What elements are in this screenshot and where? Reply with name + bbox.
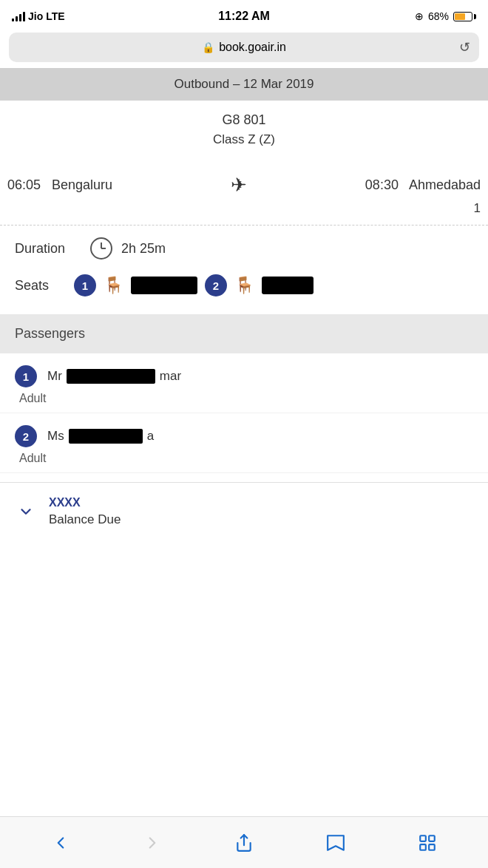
- nav-back-button[interactable]: [38, 827, 83, 859]
- duration-label: Duration: [15, 241, 81, 257]
- signal-bars: [12, 11, 25, 21]
- plane-icon: ✈: [231, 174, 247, 197]
- arrival-info: 08:30 Ahmedabad: [365, 177, 481, 193]
- passengers-title: Passengers: [15, 326, 85, 341]
- main-content: G8 801 Class Z (Z) 06:05 Bengaluru ✈ 08:…: [0, 101, 488, 540]
- seat-icon-1: 🪑: [104, 276, 123, 295]
- passenger-number-2: 2: [23, 430, 29, 443]
- passenger-2-name-suffix: a: [147, 429, 154, 444]
- status-time: 11:22 AM: [218, 10, 270, 23]
- lock-icon: 🔒: [202, 41, 214, 53]
- flight-info: G8 801 Class Z (Z): [0, 101, 488, 174]
- svg-rect-4: [429, 844, 435, 850]
- battery-percent: 68%: [428, 10, 449, 22]
- passenger-item-1: 1 Mr mar Adult: [0, 353, 488, 413]
- bottom-nav: [0, 816, 488, 868]
- screen-lock-icon: ⊕: [415, 10, 424, 22]
- seat-number-2: 2: [213, 279, 219, 292]
- balance-code: XXXX: [49, 496, 121, 509]
- svg-rect-2: [429, 835, 435, 841]
- seats-row: Seats 1 🪑 2 🪑: [0, 274, 488, 296]
- network-label: LTE: [46, 10, 64, 22]
- seat-number-1: 1: [82, 279, 88, 292]
- flight-header-banner: Outbound – 12 Mar 2019: [0, 68, 488, 101]
- passenger-row-1: 1 Mr mar: [15, 365, 473, 387]
- battery-indicator: [453, 12, 476, 21]
- passenger-badge-1: 1: [15, 365, 37, 387]
- departure-city: Bengaluru: [52, 177, 112, 192]
- stop-count: 1: [0, 201, 488, 216]
- passenger-2-type: Adult: [15, 452, 473, 465]
- passenger-1-name-suffix: mar: [160, 369, 181, 384]
- seat-1-redacted: [131, 277, 197, 294]
- clock-icon: [90, 237, 112, 260]
- url-text: book.goair.in: [219, 41, 286, 54]
- passenger-2-title: Ms: [47, 429, 64, 444]
- arrival-city: Ahmedabad: [409, 177, 481, 192]
- seats-label: Seats: [15, 278, 67, 294]
- balance-info: XXXX Balance Due: [49, 496, 121, 527]
- passenger-name-1: Mr mar: [47, 369, 181, 384]
- status-right: ⊕ 68%: [415, 10, 476, 22]
- nav-tabs-button[interactable]: [405, 827, 450, 859]
- flight-header-title: Outbound – 12 Mar 2019: [174, 77, 314, 91]
- reload-button[interactable]: ↺: [459, 39, 470, 55]
- passenger-row-2: 2 Ms a: [15, 425, 473, 447]
- passenger-1-type: Adult: [15, 392, 473, 405]
- passengers-section-header: Passengers: [0, 314, 488, 353]
- seat-badge-2: 2: [205, 274, 227, 296]
- carrier-label: Jio: [28, 10, 43, 22]
- departure-time: 06:05: [7, 177, 41, 192]
- duration-row: Duration 2h 25m: [0, 237, 488, 260]
- balance-section[interactable]: XXXX Balance Due: [0, 482, 488, 540]
- nav-share-button[interactable]: [222, 827, 266, 859]
- status-left: Jio LTE: [12, 10, 65, 22]
- passenger-name-2: Ms a: [47, 429, 154, 444]
- address-bar[interactable]: 🔒 book.goair.in ↺: [9, 33, 479, 62]
- stops-number: 1: [474, 201, 481, 215]
- passenger-1-name-redacted: [67, 369, 155, 384]
- passenger-item-2: 2 Ms a Adult: [0, 413, 488, 473]
- duration-time: 2h 25m: [121, 241, 166, 257]
- balance-label: Balance Due: [49, 512, 121, 527]
- seat-badge-1: 1: [74, 274, 96, 296]
- page-content: Outbound – 12 Mar 2019 G8 801 Class Z (Z…: [0, 68, 488, 600]
- svg-rect-1: [420, 835, 426, 841]
- passenger-1-title: Mr: [47, 369, 62, 384]
- seat-icon-2: 🪑: [234, 276, 254, 295]
- route-row: 06:05 Bengaluru ✈ 08:30 Ahmedabad: [0, 174, 488, 197]
- svg-rect-3: [420, 844, 426, 850]
- departure-info: 06:05 Bengaluru: [7, 177, 112, 193]
- route-divider: [0, 225, 488, 226]
- status-bar: Jio LTE 11:22 AM ⊕ 68%: [0, 0, 488, 33]
- passenger-number-1: 1: [23, 370, 29, 383]
- chevron-down-icon[interactable]: [15, 501, 37, 523]
- flight-class: Class Z (Z): [15, 132, 473, 147]
- passenger-badge-2: 2: [15, 425, 37, 447]
- nav-bookmarks-button[interactable]: [314, 827, 358, 859]
- passenger-2-name-redacted: [69, 429, 143, 444]
- arrival-time: 08:30: [365, 177, 399, 192]
- nav-forward-button[interactable]: [130, 827, 174, 859]
- seat-2-redacted: [262, 277, 314, 294]
- flight-number: G8 801: [15, 112, 473, 128]
